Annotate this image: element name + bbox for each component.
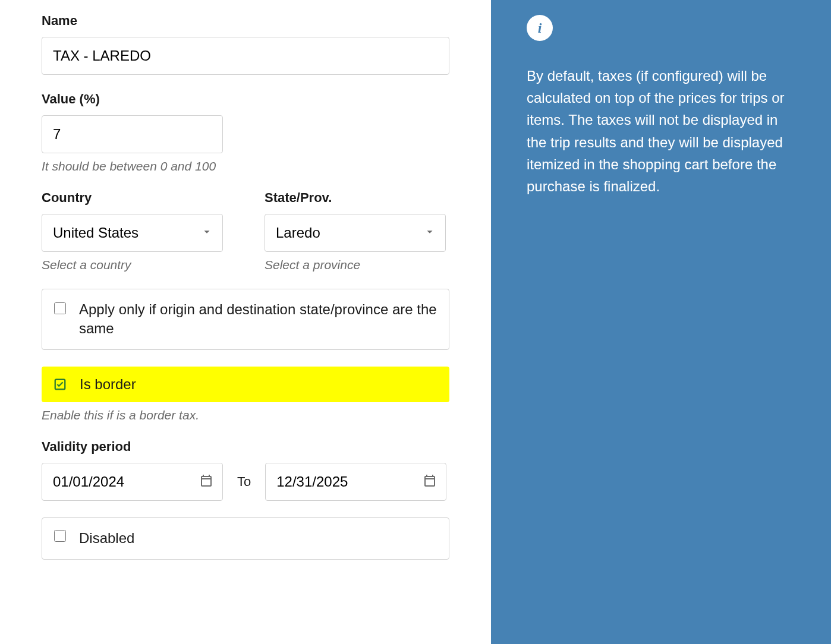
apply-same-group: Apply only if origin and destination sta… (42, 289, 449, 350)
location-row: Country Select a country State/Prov. (42, 190, 449, 272)
country-label: Country (42, 190, 223, 206)
name-label: Name (42, 13, 449, 29)
is-border-label: Is border (80, 375, 136, 394)
validity-to-input[interactable] (265, 463, 446, 501)
apply-same-label: Apply only if origin and destination sta… (79, 300, 437, 339)
disabled-group: Disabled (42, 517, 449, 559)
checkmark-icon (53, 378, 67, 391)
value-input[interactable] (42, 115, 223, 153)
validity-from-input[interactable] (42, 463, 223, 501)
disabled-label: Disabled (79, 529, 134, 548)
sidebar-info-text: By default, taxes (if configured) will b… (527, 65, 795, 197)
disabled-checkbox[interactable] (54, 530, 66, 542)
name-group: Name (42, 13, 449, 75)
is-border-checkbox-box[interactable]: Is border (42, 367, 449, 402)
to-label: To (237, 474, 251, 490)
apply-same-checkbox[interactable] (54, 302, 66, 314)
info-sidebar: i By default, taxes (if configured) will… (491, 0, 831, 644)
country-help: Select a country (42, 258, 223, 272)
is-border-group: Is border Enable this if is a border tax… (42, 367, 449, 422)
name-input[interactable] (42, 37, 449, 75)
country-group: Country Select a country (42, 190, 223, 272)
state-help: Select a province (265, 258, 446, 272)
apply-same-checkbox-box[interactable]: Apply only if origin and destination sta… (42, 289, 449, 350)
value-help: It should be between 0 and 100 (42, 159, 449, 173)
disabled-checkbox-box[interactable]: Disabled (42, 517, 449, 559)
main-form: Name Value (%) It should be between 0 an… (0, 0, 491, 644)
state-group: State/Prov. Select a province (265, 190, 446, 272)
value-label: Value (%) (42, 91, 449, 107)
validity-group: Validity period To (42, 439, 449, 501)
state-select[interactable] (265, 214, 446, 252)
is-border-help: Enable this if is a border tax. (42, 408, 449, 422)
state-label: State/Prov. (265, 190, 446, 206)
country-select[interactable] (42, 214, 223, 252)
validity-label: Validity period (42, 439, 449, 454)
value-group: Value (%) It should be between 0 and 100 (42, 91, 449, 173)
info-icon: i (527, 15, 553, 41)
